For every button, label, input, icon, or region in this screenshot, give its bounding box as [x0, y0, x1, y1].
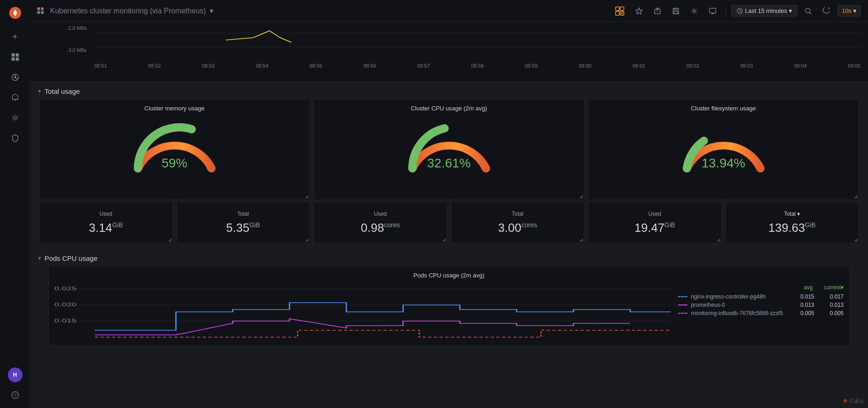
svg-rect-4 — [11, 57, 15, 61]
display-button[interactable] — [705, 5, 720, 17]
sidebar-item-explore[interactable] — [6, 68, 24, 86]
memory-gauge-title: Cluster memory usage — [144, 105, 205, 112]
cpu-used-resize[interactable]: ◢ — [442, 237, 446, 242]
refresh-interval-button[interactable]: 10s ▾ — [838, 5, 861, 17]
sidebar-item-alerts[interactable] — [6, 88, 24, 107]
cpu-gauge-panel: Cluster CPU usage (2m avg) — [314, 99, 584, 200]
search-button[interactable] — [801, 5, 816, 17]
svg-point-37 — [702, 138, 706, 143]
add-panel-button[interactable] — [611, 4, 628, 18]
cpu-total-resize[interactable]: ◢ — [579, 237, 583, 242]
share-button[interactable] — [650, 5, 665, 17]
fs-total-cell: Total ▾ 139.63GiB ◢ — [725, 202, 859, 243]
sidebar-item-help[interactable]: ? — [6, 386, 24, 404]
section-collapse-total[interactable]: ▼ — [37, 89, 42, 94]
memory-used-value: 3.14GiB — [89, 221, 123, 235]
filesystem-gauge-title: Cluster filesystem usage — [691, 105, 756, 112]
cpu-gauge-title: Cluster CPU usage (2m avg) — [411, 105, 487, 112]
cpu-total-label: Total — [512, 211, 523, 217]
mem-total-resize[interactable]: ◢ — [305, 237, 308, 242]
memory-total-label: Total — [237, 211, 249, 217]
svg-point-36 — [442, 126, 447, 131]
svg-rect-12 — [41, 7, 44, 10]
app-logo[interactable] — [6, 4, 24, 22]
svg-rect-2 — [11, 53, 15, 57]
svg-point-8 — [14, 116, 17, 119]
svg-line-32 — [810, 12, 811, 14]
svg-rect-25 — [674, 11, 678, 14]
time-range-button[interactable]: Last 15 minutes ▾ — [731, 5, 797, 17]
legend-item-2: monitoring-influxdb-7676fc5866-zzsf5 0.0… — [678, 310, 844, 316]
pods-section-collapse[interactable]: ▼ — [37, 256, 42, 261]
pods-cpu-title: Pods CPU usage — [45, 254, 97, 262]
total-usage-title: Total usage — [45, 87, 80, 95]
settings-button[interactable] — [687, 5, 702, 17]
main-content: Kubernetes cluster monitoring (via Prome… — [30, 0, 868, 408]
fs-used-cell: Used 19.47GiB ◢ — [588, 202, 722, 243]
svg-rect-11 — [37, 7, 40, 10]
svg-point-35 — [189, 127, 194, 132]
timeline-x-labels: 08:51 08:52 08:53 08:54 08:55 08:56 08:5… — [94, 63, 861, 69]
cpu-gauge-value: 32.61% — [427, 156, 471, 171]
svg-text:0.025: 0.025 — [54, 286, 77, 291]
mem-used-resize[interactable]: ◢ — [168, 237, 171, 242]
timeline-y-label-1: -2.0 MBs — [67, 24, 87, 33]
svg-rect-5 — [16, 57, 19, 61]
svg-rect-17 — [616, 11, 619, 15]
svg-point-26 — [693, 10, 696, 12]
filesystem-panel-resize[interactable]: ◢ — [854, 194, 857, 199]
pods-cpu-section-header: ▼ Pods CPU usage — [30, 249, 868, 266]
svg-text:?: ? — [14, 393, 17, 398]
content-area: -2.0 MBs -3.0 MBs 08:51 08:52 08:53 08:5… — [30, 22, 868, 408]
legend-values-influxdb: 0.005 0.005 — [796, 310, 844, 316]
svg-rect-15 — [616, 7, 619, 11]
stats-row: Used 3.14GiB ◢ Total 5.35GiB ◢ Used 0.98… — [30, 202, 868, 243]
svg-point-1 — [13, 11, 17, 15]
cpu-used-label: Used — [374, 211, 387, 217]
sidebar-item-add[interactable]: + — [6, 28, 24, 46]
cpu-used-value: 0.98cores — [361, 221, 400, 235]
memory-used-label: Used — [99, 211, 112, 217]
fs-total-value: 139.63GiB — [768, 221, 816, 235]
fs-total-label: Total ▾ — [784, 211, 800, 217]
legend-values-nginx: 0.015 0.017 — [796, 293, 844, 300]
sidebar-item-settings[interactable] — [6, 109, 24, 127]
save-button[interactable] — [668, 5, 683, 17]
fs-used-value: 19.47GiB — [634, 221, 675, 235]
gauge-panels-row: Cluster memory usage — [30, 99, 868, 200]
sidebar-item-shield[interactable] — [6, 129, 24, 147]
memory-gauge-value: 59% — [161, 156, 187, 171]
fs-used-label: Used — [648, 211, 661, 217]
star-button[interactable] — [632, 5, 646, 17]
timeline-y-label-2: -3.0 MBs — [67, 46, 87, 55]
timeline-panel: -2.0 MBs -3.0 MBs 08:51 08:52 08:53 08:5… — [30, 22, 868, 82]
pods-chart-area: 0.025 0.020 0.015 — [54, 284, 844, 339]
refresh-button[interactable] — [819, 5, 834, 17]
memory-gauge-panel: Cluster memory usage — [39, 99, 310, 200]
sidebar-item-dashboard[interactable] — [6, 48, 24, 66]
svg-rect-3 — [16, 53, 19, 57]
memory-gauge: 59% — [129, 115, 221, 175]
cpu-total-value: 3.00cores — [498, 221, 537, 235]
legend-item-1: prometheus-0 0.013 0.013 — [678, 302, 844, 308]
fs-total-resize[interactable]: ◢ — [854, 237, 857, 242]
cpu-panel-resize[interactable]: ◢ — [579, 194, 583, 199]
svg-rect-14 — [41, 11, 44, 14]
topbar: Kubernetes cluster monitoring (via Prome… — [30, 0, 868, 22]
memory-used-cell: Used 3.14GiB ◢ — [39, 202, 173, 243]
legend-line-nginx — [678, 296, 687, 297]
watermark: ⊕ 亿速云 — [843, 397, 864, 404]
pods-chart-panel: Pods CPU usage (2m avg) 0.025 0.020 0.0 — [39, 266, 859, 345]
svg-rect-13 — [37, 11, 40, 14]
svg-point-7 — [14, 77, 16, 78]
legend-line-prometheus — [678, 305, 687, 305]
cpu-total-cell: Total 3.00cores ◢ — [451, 202, 585, 243]
filesystem-gauge-panel: Cluster filesystem usage — [588, 99, 859, 200]
fs-used-resize[interactable]: ◢ — [717, 237, 720, 242]
svg-rect-16 — [620, 7, 624, 11]
filesystem-gauge: 13.94% — [678, 115, 770, 175]
legend-header: avg current▾ — [678, 284, 844, 291]
total-usage-section-header: ▼ Total usage — [30, 82, 868, 99]
memory-panel-resize[interactable]: ◢ — [305, 194, 308, 199]
user-avatar[interactable]: H — [8, 368, 23, 382]
